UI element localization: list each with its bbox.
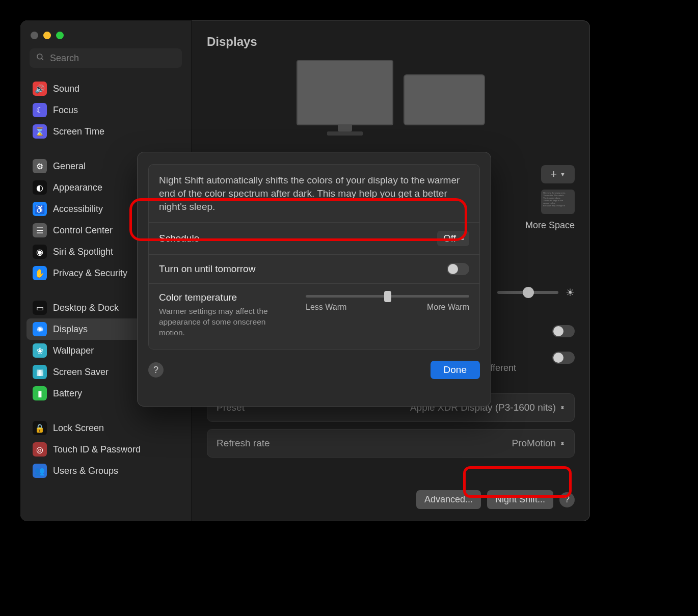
close-window-button[interactable] bbox=[31, 32, 38, 39]
sidebar-item-label: Desktop & Dock bbox=[53, 303, 119, 313]
wallpaper-icon: ❀ bbox=[33, 343, 47, 358]
sidebar-item-label: Focus bbox=[53, 105, 78, 116]
night-shift-button[interactable]: Night Shift... bbox=[487, 490, 553, 509]
brightness-row: ☀ bbox=[497, 286, 575, 299]
desktop-dock-icon: ▭ bbox=[33, 301, 47, 315]
footer-buttons: Advanced... Night Shift... ? bbox=[416, 490, 575, 509]
focus-icon: ☾ bbox=[33, 103, 47, 117]
schedule-row: Schedule Off ▲▼ bbox=[159, 231, 469, 246]
advanced-button[interactable]: Advanced... bbox=[416, 490, 481, 509]
color-temp-slider[interactable] bbox=[306, 295, 469, 298]
touch-id-password-icon: ◎ bbox=[33, 442, 47, 457]
sidebar-item-screen-time[interactable]: ⌛Screen Time bbox=[26, 121, 185, 142]
resolution-thumbnail: Here's to the crazy ones.The misfits. Th… bbox=[541, 190, 575, 214]
help-button[interactable]: ? bbox=[559, 492, 575, 507]
lock-screen-icon: 🔒 bbox=[33, 421, 47, 435]
sidebar-item-label: Privacy & Security bbox=[53, 268, 127, 279]
siri-spotlight-icon: ◉ bbox=[33, 245, 47, 259]
brightness-slider[interactable] bbox=[497, 291, 558, 294]
minimize-window-button[interactable] bbox=[43, 32, 51, 39]
users-groups-icon: 👥 bbox=[33, 464, 47, 478]
color-temp-title: Color temperature bbox=[159, 292, 291, 303]
resolution-option[interactable]: Here's to the crazy ones.The misfits. Th… bbox=[488, 190, 575, 231]
sidebar-item-label: General bbox=[53, 161, 86, 172]
svg-line-1 bbox=[41, 58, 43, 60]
control-center-icon: ☰ bbox=[33, 223, 47, 237]
schedule-select[interactable]: Off ▲▼ bbox=[437, 231, 469, 246]
sidebar-item-sound[interactable]: 🔊Sound bbox=[26, 78, 185, 99]
sidebar-item-label: Control Center bbox=[53, 225, 113, 236]
sidebar-item-label: Battery bbox=[53, 388, 82, 399]
night-shift-dialog: Night Shift automatically shifts the col… bbox=[137, 152, 491, 407]
zoom-window-button[interactable] bbox=[56, 32, 64, 39]
sidebar-item-label: Siri & Spotlight bbox=[53, 247, 113, 257]
brightness-slider-thumb[interactable] bbox=[523, 287, 534, 298]
battery-icon: ▮ bbox=[33, 386, 47, 400]
page-title: Displays bbox=[207, 35, 575, 49]
general-icon: ⚙ bbox=[33, 159, 47, 173]
accessibility-icon: ♿ bbox=[33, 202, 47, 216]
refresh-rate-row[interactable]: Refresh rate ProMotion ▲▼ bbox=[207, 429, 575, 458]
night-shift-panel: Night Shift automatically shifts the col… bbox=[148, 164, 480, 350]
brightness-icon: ☀ bbox=[566, 286, 575, 299]
display-external-icon[interactable] bbox=[297, 60, 393, 125]
sidebar-item-label: Touch ID & Password bbox=[53, 444, 141, 455]
sidebar-item-label: Users & Groups bbox=[53, 466, 118, 476]
refresh-rate-value: ProMotion bbox=[512, 438, 556, 449]
search-icon bbox=[36, 52, 45, 64]
svg-point-0 bbox=[37, 54, 42, 59]
true-tone-toggle[interactable] bbox=[552, 352, 575, 364]
text-fragment: fferent bbox=[490, 363, 516, 373]
sidebar-item-label: Sound bbox=[53, 84, 79, 94]
auto-brightness-row bbox=[552, 325, 575, 337]
color-temp-subtitle: Warmer settings may affect the appearanc… bbox=[159, 306, 291, 338]
turn-on-label: Turn on until tomorrow bbox=[159, 263, 255, 275]
more-warm-label: More Warm bbox=[427, 303, 469, 312]
screen-time-icon: ⌛ bbox=[33, 124, 47, 139]
refresh-rate-label: Refresh rate bbox=[217, 438, 270, 449]
dialog-help-button[interactable]: ? bbox=[148, 362, 164, 378]
color-temp-slider-thumb[interactable] bbox=[384, 291, 391, 302]
plus-icon: + bbox=[550, 169, 557, 180]
appearance-icon: ◐ bbox=[33, 180, 47, 195]
sidebar-item-label: Screen Time bbox=[53, 126, 104, 137]
schedule-value: Off bbox=[443, 233, 456, 244]
screen-saver-icon: ▦ bbox=[33, 365, 47, 379]
sidebar-item-label: Appearance bbox=[53, 182, 102, 193]
sidebar-item-users-groups[interactable]: 👥Users & Groups bbox=[26, 460, 185, 481]
schedule-label: Schedule bbox=[159, 233, 199, 244]
turn-on-row: Turn on until tomorrow bbox=[159, 263, 469, 275]
sidebar-item-label: Wallpaper bbox=[53, 345, 94, 356]
true-tone-row bbox=[552, 352, 575, 364]
night-shift-description: Night Shift automatically shifts the col… bbox=[159, 174, 469, 214]
chevron-down-icon: ▼ bbox=[560, 171, 566, 177]
color-temperature-section: Color temperature Warmer settings may af… bbox=[159, 292, 469, 338]
sidebar-item-label: Lock Screen bbox=[53, 423, 104, 434]
sound-icon: 🔊 bbox=[33, 82, 47, 96]
done-button[interactable]: Done bbox=[431, 361, 480, 379]
displays-icon: ✺ bbox=[33, 322, 47, 336]
window-controls bbox=[20, 28, 191, 48]
search-input[interactable] bbox=[50, 53, 176, 64]
sidebar-item-lock-screen[interactable]: 🔒Lock Screen bbox=[26, 417, 185, 439]
sidebar-item-label: Screen Saver bbox=[53, 367, 109, 378]
less-warm-label: Less Warm bbox=[306, 303, 346, 312]
sidebar-item-label: Displays bbox=[53, 324, 88, 335]
search-field[interactable] bbox=[30, 48, 182, 68]
resolution-label: More Space bbox=[488, 220, 575, 231]
display-laptop-icon[interactable] bbox=[404, 74, 485, 125]
add-display-button[interactable]: + ▼ bbox=[541, 165, 575, 183]
sidebar-item-touch-id-password[interactable]: ◎Touch ID & Password bbox=[26, 439, 185, 460]
sidebar-item-focus[interactable]: ☾Focus bbox=[26, 99, 185, 121]
sidebar-item-label: Accessibility bbox=[53, 204, 103, 215]
auto-brightness-toggle[interactable] bbox=[552, 325, 575, 337]
privacy-security-icon: ✋ bbox=[33, 266, 47, 280]
display-arrangement[interactable] bbox=[207, 60, 575, 125]
turn-on-toggle[interactable] bbox=[447, 263, 469, 275]
